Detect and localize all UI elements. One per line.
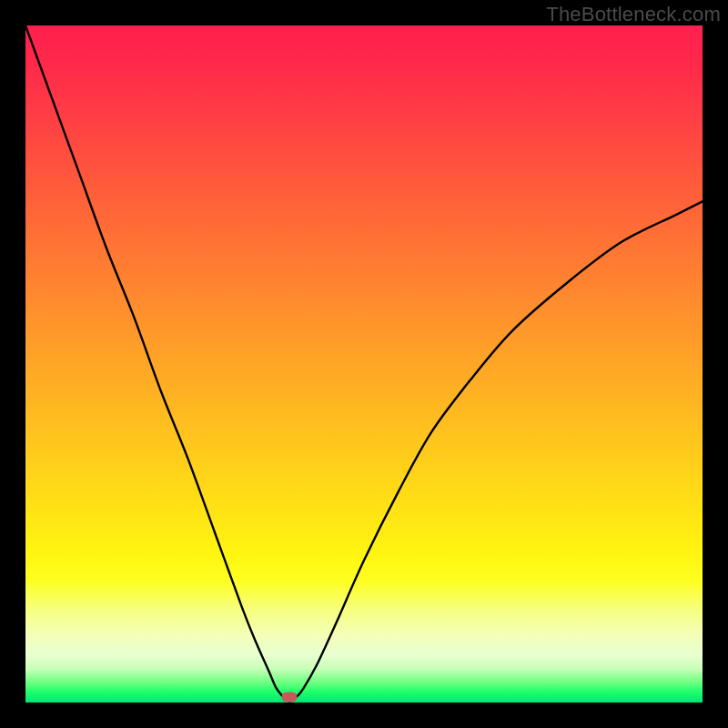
minimum-marker	[282, 693, 298, 703]
plot-area	[25, 25, 703, 703]
bottleneck-curve	[25, 25, 703, 703]
chart-frame: TheBottleneck.com	[0, 0, 728, 728]
watermark-text: TheBottleneck.com	[546, 3, 721, 26]
